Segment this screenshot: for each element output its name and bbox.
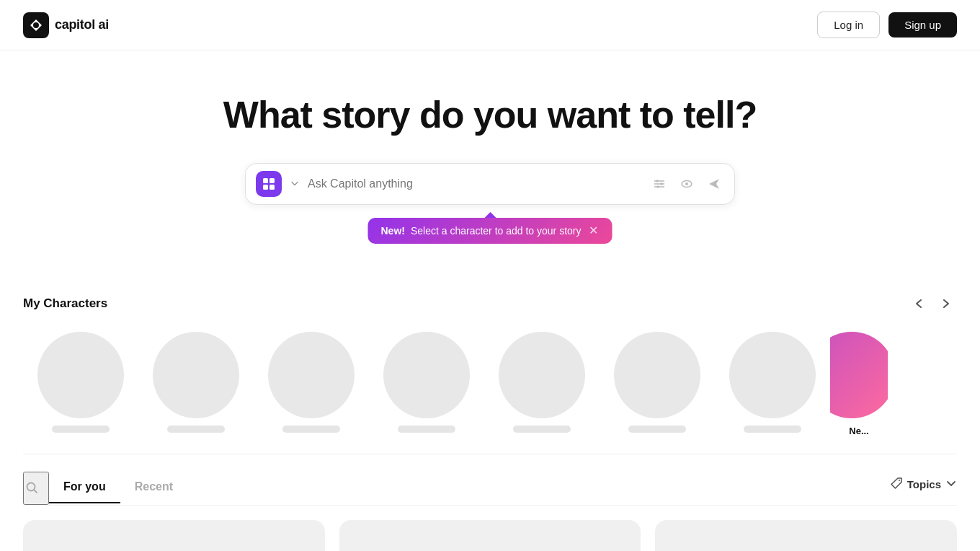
char-name-bar <box>513 426 571 433</box>
search-input[interactable] <box>308 177 643 190</box>
character-item[interactable] <box>484 332 600 433</box>
tab-for-you[interactable]: For you <box>49 473 120 503</box>
send-button[interactable] <box>704 174 724 194</box>
avatar <box>268 332 355 418</box>
avatar <box>614 332 700 418</box>
eye-icon <box>680 177 694 191</box>
character-item[interactable] <box>138 332 254 433</box>
logo-area: capitol ai <box>23 12 109 38</box>
search-area: New! Select a character to add to your s… <box>245 163 735 205</box>
characters-section: My Characters <box>23 293 957 454</box>
svg-point-16 <box>899 480 900 481</box>
chevron-down-icon <box>289 178 300 190</box>
right-arrow-icon <box>938 296 954 312</box>
send-icon <box>707 177 721 191</box>
character-item-last[interactable]: Ne... <box>830 332 888 436</box>
eye-icon-button[interactable] <box>677 174 697 194</box>
search-tab-icon <box>24 480 39 495</box>
header-actions: Log in Sign up <box>817 12 957 38</box>
avatar-pink <box>830 332 888 418</box>
characters-row: Ne... <box>23 332 957 436</box>
svg-line-15 <box>35 490 37 493</box>
section-title: My Characters <box>23 296 107 311</box>
hero-section: What story do you want to tell? <box>0 50 980 228</box>
content-area <box>23 520 957 551</box>
tabs-section: For you Recent Topics <box>23 472 957 506</box>
char-name-bar <box>744 426 801 433</box>
nav-arrows <box>908 293 957 314</box>
topics-icon <box>890 477 903 493</box>
hero-title: What story do you want to tell? <box>223 94 757 137</box>
topics-area[interactable]: Topics <box>890 477 957 500</box>
tooltip-message: Select a character to add to your story <box>411 225 582 237</box>
svg-point-10 <box>660 182 663 185</box>
tooltip-new-label: New! <box>380 225 404 237</box>
svg-point-11 <box>656 185 659 188</box>
login-button[interactable]: Log in <box>817 12 880 38</box>
avatar <box>729 332 816 418</box>
character-item[interactable] <box>715 332 830 433</box>
character-item[interactable] <box>23 332 138 433</box>
svg-point-1 <box>33 22 39 28</box>
chevron-down-icon <box>945 477 957 489</box>
svg-rect-4 <box>263 185 268 190</box>
topics-chevron-icon <box>945 477 957 492</box>
avatar <box>383 332 470 418</box>
next-arrow-button[interactable] <box>935 293 957 314</box>
content-card-2[interactable] <box>339 520 641 551</box>
svg-rect-3 <box>270 178 275 183</box>
signup-button[interactable]: Sign up <box>888 12 957 38</box>
avatar <box>153 332 239 418</box>
topics-label: Topics <box>907 478 941 490</box>
sliders-icon <box>652 177 667 191</box>
section-header: My Characters <box>23 293 957 314</box>
char-name: Ne... <box>849 426 868 436</box>
logo-text: capitol ai <box>55 17 109 32</box>
svg-point-9 <box>656 180 659 182</box>
tabs-bar: For you Recent Topics <box>23 472 957 506</box>
svg-point-13 <box>685 182 688 185</box>
prev-arrow-button[interactable] <box>908 293 930 314</box>
char-name-bar <box>628 426 686 433</box>
char-name-bar <box>167 426 225 433</box>
dropdown-chevron-button[interactable] <box>288 177 302 191</box>
svg-rect-2 <box>263 178 268 183</box>
svg-point-14 <box>27 482 35 490</box>
tooltip-bubble: New! Select a character to add to your s… <box>368 218 612 244</box>
avatar <box>37 332 124 418</box>
adjust-icon-button[interactable] <box>649 174 669 194</box>
tag-icon <box>890 477 903 490</box>
character-item[interactable] <box>254 332 369 433</box>
content-card-3[interactable] <box>655 520 957 551</box>
char-name-bar <box>398 426 455 433</box>
header: capitol ai Log in Sign up <box>0 0 980 50</box>
svg-rect-5 <box>270 185 275 190</box>
character-item[interactable] <box>369 332 484 433</box>
character-icon-box[interactable] <box>256 171 282 197</box>
tooltip-close-button[interactable]: ✕ <box>587 225 600 237</box>
char-name-bar <box>282 426 340 433</box>
grid-icon <box>262 177 276 191</box>
avatar <box>499 332 585 418</box>
char-name-bar <box>52 426 110 433</box>
tab-recent[interactable]: Recent <box>120 473 187 503</box>
search-right-icons <box>649 174 724 194</box>
content-card-1[interactable] <box>23 520 325 551</box>
left-arrow-icon <box>911 296 927 312</box>
character-item[interactable] <box>600 332 715 433</box>
logo-icon <box>23 12 49 38</box>
search-bar <box>245 163 735 205</box>
tab-search-icon-button[interactable] <box>23 472 49 505</box>
